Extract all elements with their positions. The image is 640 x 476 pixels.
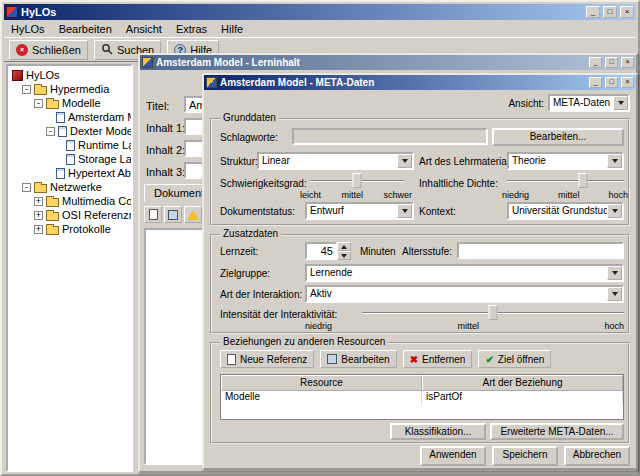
speichern-button[interactable]: Speichern bbox=[492, 446, 558, 466]
main-titlebar[interactable]: HyLOs _ □ × bbox=[4, 4, 636, 20]
tree-item-label: Storage Layer bbox=[78, 153, 131, 165]
tree-item-protokolle[interactable]: + Protokolle bbox=[8, 222, 131, 236]
tree-item-modelle[interactable]: - Modelle bbox=[8, 96, 131, 110]
slider-track[interactable] bbox=[507, 180, 624, 182]
lehrmaterial-select[interactable]: Theorie bbox=[507, 152, 624, 170]
folder-icon bbox=[46, 212, 59, 221]
interaktion-select[interactable]: Aktiv bbox=[305, 285, 624, 303]
tree-item-hypertext-abstract-machine[interactable]: Hypertext Abstact Mac bbox=[8, 166, 131, 180]
expander-icon[interactable]: + bbox=[34, 197, 43, 206]
klassifikation-button[interactable]: Klassifikation... bbox=[390, 423, 486, 440]
schwierigkeitsgrad-slider bbox=[310, 172, 404, 190]
expander-icon[interactable]: + bbox=[34, 211, 43, 220]
inhalt2-label: Inhalt 2: bbox=[146, 144, 185, 156]
zielgruppe-select[interactable]: Lernende bbox=[305, 264, 624, 282]
lehrmaterial-label: Art des Lehrmaterials: bbox=[419, 156, 517, 167]
abbrechen-button[interactable]: Abbrechen bbox=[564, 446, 630, 466]
tree-item-storage-layer[interactable]: Storage Layer bbox=[8, 152, 131, 166]
tree-item-runtime-layer[interactable]: Runtime Layer bbox=[8, 138, 131, 152]
document-icon bbox=[56, 112, 65, 123]
minimize-icon[interactable]: _ bbox=[589, 77, 602, 88]
table-row[interactable]: Modelle isPartOf bbox=[221, 391, 623, 405]
spin-up-icon[interactable] bbox=[337, 242, 351, 251]
lernzeit-input[interactable] bbox=[305, 242, 337, 260]
bearbeiten-button[interactable]: Bearbeiten... bbox=[492, 128, 624, 146]
slider-thumb[interactable] bbox=[579, 173, 588, 188]
tree-item-label: OSI Referenzmodell bbox=[62, 209, 131, 221]
lehrmaterial-value: Theorie bbox=[512, 155, 546, 166]
dichte-slider bbox=[507, 172, 624, 190]
document-icon bbox=[56, 168, 65, 179]
close-icon[interactable]: × bbox=[621, 77, 634, 88]
interaktion-value: Aktiv bbox=[310, 288, 332, 299]
dropdown-icon bbox=[613, 96, 628, 110]
kontext-select[interactable]: Universität Grundstudium bbox=[507, 202, 624, 220]
tree-item-label: Dexter Model bbox=[70, 125, 131, 137]
ansicht-label: Ansicht: bbox=[508, 98, 544, 109]
dropdown-icon bbox=[607, 287, 622, 301]
spin-down-icon[interactable] bbox=[337, 251, 351, 260]
edit-relation-button[interactable]: Bearbeiten bbox=[320, 350, 396, 368]
menu-ansicht[interactable]: Ansicht bbox=[119, 21, 169, 37]
slider-thumb[interactable] bbox=[353, 173, 362, 188]
menu-hylos[interactable]: HyLOs bbox=[4, 21, 52, 37]
ansicht-select[interactable]: META-Daten bbox=[548, 94, 630, 112]
relations-table: Resource Art der Beziehung Modelle isPar… bbox=[220, 374, 624, 420]
edit-document-button[interactable] bbox=[164, 206, 182, 223]
altersstufe-input[interactable] bbox=[457, 242, 624, 259]
remove-relation-button[interactable]: ✖ Entfernen bbox=[403, 350, 473, 368]
zusatzdaten-group: Zusatzdaten Lernzeit: Minuten Altersstuf… bbox=[210, 234, 630, 334]
slider-thumb[interactable] bbox=[489, 305, 498, 320]
menu-hilfe[interactable]: Hilfe bbox=[214, 21, 250, 37]
tick-label: schwer bbox=[383, 190, 412, 200]
zielgruppe-label: Zielgruppe: bbox=[220, 268, 270, 279]
expander-icon[interactable]: - bbox=[22, 183, 31, 192]
folder-icon bbox=[46, 226, 59, 235]
tree-item-multimedia-communications[interactable]: + Multimedia Communications bbox=[8, 194, 131, 208]
maximize-icon[interactable]: □ bbox=[603, 6, 617, 18]
lernzeit-spinner bbox=[305, 242, 351, 260]
anwenden-button[interactable]: Anwenden bbox=[420, 446, 486, 466]
new-document-button[interactable] bbox=[144, 206, 162, 223]
schlagworte-input[interactable] bbox=[292, 128, 488, 145]
edit-relation-label: Bearbeiten bbox=[341, 354, 389, 365]
menu-bearbeiten[interactable]: Bearbeiten bbox=[52, 21, 119, 37]
open-target-button[interactable]: ✔ Ziel öffnen bbox=[478, 350, 551, 368]
menu-extras[interactable]: Extras bbox=[169, 21, 214, 37]
struktur-select[interactable]: Linear bbox=[257, 152, 414, 170]
new-reference-button[interactable]: Neue Referenz bbox=[220, 350, 314, 368]
tree-item-label: Hypermedia bbox=[50, 83, 109, 95]
struktur-label: Struktur: bbox=[220, 156, 258, 167]
main-window: HyLOs _ □ × HyLOs Bearbeiten Ansicht Ext… bbox=[0, 0, 640, 476]
tree-item-hylos[interactable]: HyLOs bbox=[8, 68, 131, 82]
expander-icon[interactable]: - bbox=[46, 127, 55, 136]
close-icon[interactable]: × bbox=[621, 57, 634, 68]
frame-lerninhalt-titlebar[interactable]: Amsterdam Model - Lerninhalt _ □ × bbox=[140, 55, 636, 70]
maximize-icon[interactable]: □ bbox=[605, 57, 618, 68]
schwierigkeitsgrad-ticks: leicht mittel schwer bbox=[300, 190, 412, 200]
page-icon bbox=[149, 209, 158, 220]
close-icon[interactable]: × bbox=[620, 6, 634, 18]
tree-item-hypermedia[interactable]: - Hypermedia bbox=[8, 82, 131, 96]
close-tool-button[interactable]: × Schließen bbox=[9, 40, 88, 60]
tree-item-osi-referenzmodell[interactable]: + OSI Referenzmodell bbox=[8, 208, 131, 222]
erweiterte-meta-daten-button[interactable]: Erweiterte META-Daten... bbox=[490, 423, 624, 440]
minimize-icon[interactable]: _ bbox=[589, 57, 602, 68]
tree-item-netzwerke[interactable]: - Netzwerke bbox=[8, 180, 131, 194]
dokumentstatus-select[interactable]: Entwurf bbox=[305, 202, 414, 220]
expander-icon[interactable]: + bbox=[34, 225, 43, 234]
tree-item-amsterdam-model[interactable]: Amsterdam Model bbox=[8, 110, 131, 124]
minuten-label: Minuten bbox=[360, 246, 396, 257]
frame-meta-titlebar[interactable]: Amsterdam Model - META-Daten _ □ × bbox=[204, 75, 636, 90]
minimize-icon[interactable]: _ bbox=[586, 6, 600, 18]
tick-label: hoch bbox=[608, 190, 628, 200]
expander-icon[interactable]: - bbox=[22, 85, 31, 94]
maximize-icon[interactable]: □ bbox=[605, 77, 618, 88]
grunddaten-group: Grunddaten Schlagworte: Bearbeiten... St… bbox=[210, 118, 630, 226]
expander-icon[interactable]: - bbox=[34, 99, 43, 108]
struktur-value: Linear bbox=[262, 155, 290, 166]
tree-item-dexter-model[interactable]: - Dexter Model bbox=[8, 124, 131, 138]
warning-button[interactable] bbox=[184, 206, 202, 223]
dokumentstatus-value: Entwurf bbox=[310, 205, 344, 216]
frame-icon bbox=[206, 77, 217, 88]
